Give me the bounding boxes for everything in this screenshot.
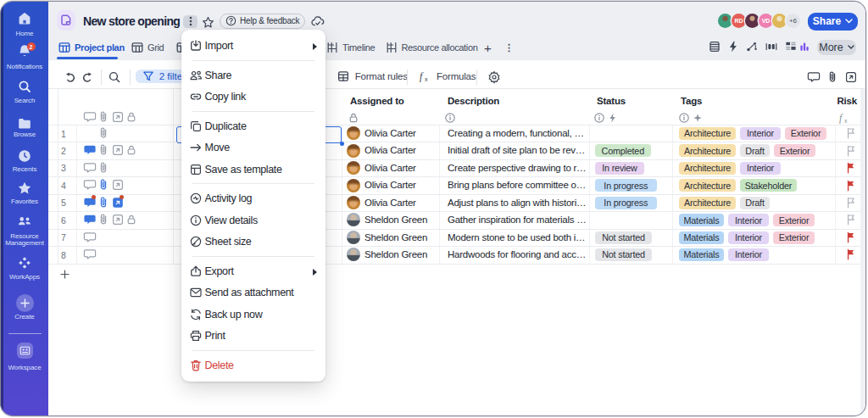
svg-text:f: f (420, 70, 424, 82)
svg-text:x: x (844, 118, 848, 124)
svg-text:f: f (839, 112, 843, 124)
svg-text:x: x (425, 76, 428, 82)
